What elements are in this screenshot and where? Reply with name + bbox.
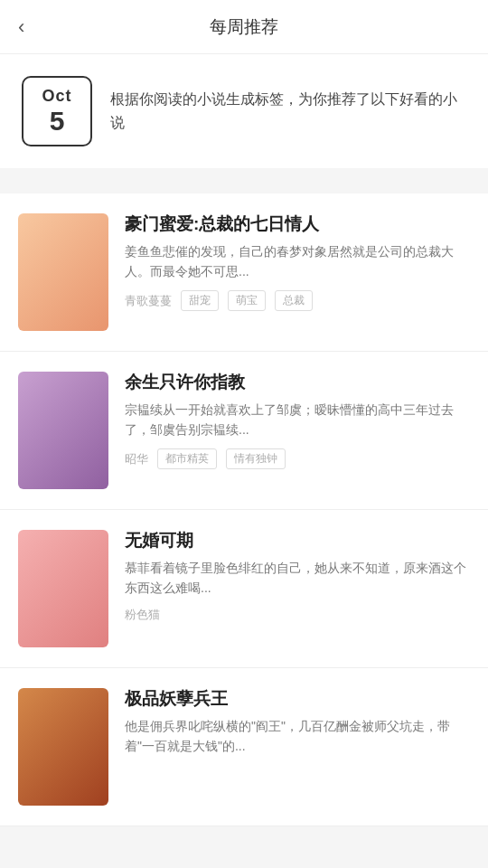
- calendar-month: Oct: [42, 87, 71, 106]
- book-info: 豪门蜜爱:总裁的七日情人 姜鱼鱼悲催的发现，自己的春梦对象居然就是公司的总裁大人…: [125, 213, 470, 311]
- list-item[interactable]: 无婚可期 慕菲看着镜子里脸色绯红的自己，她从来不知道，原来酒这个东西这么难喝..…: [0, 510, 488, 668]
- back-button[interactable]: ‹: [18, 17, 24, 37]
- book-info: 极品妖孽兵王 他是佣兵界叱咤纵横的"阎王"，几百亿酬金被师父坑走，带着"一百就是…: [125, 688, 470, 765]
- book-author: 青歌蔓蔓: [125, 293, 172, 309]
- calendar-icon: Oct 5: [22, 76, 92, 146]
- book-meta: 青歌蔓蔓 甜宠萌宝总裁: [125, 290, 470, 311]
- book-cover: [18, 213, 108, 331]
- book-info: 无婚可期 慕菲看着镜子里脸色绯红的自己，她从来不知道，原来酒这个东西这么难喝..…: [125, 530, 470, 623]
- list-item[interactable]: 豪门蜜爱:总裁的七日情人 姜鱼鱼悲催的发现，自己的春梦对象居然就是公司的总裁大人…: [0, 193, 488, 352]
- banner-section: Oct 5 根据你阅读的小说生成标签，为你推荐了以下好看的小说: [0, 54, 488, 168]
- calendar-day: 5: [50, 106, 65, 136]
- book-info: 余生只许你指教 宗韫续从一开始就喜欢上了邹虞；暧昧懵懂的高中三年过去了，邹虞告别…: [125, 372, 470, 469]
- book-author: 昭华: [125, 451, 148, 467]
- book-desc: 姜鱼鱼悲催的发现，自己的春梦对象居然就是公司的总裁大人。而最令她不可思...: [125, 241, 470, 282]
- header: ‹ 每周推荐: [0, 0, 488, 54]
- book-meta: 昭华 都市精英情有独钟: [125, 448, 470, 469]
- book-tag: 情有独钟: [226, 448, 286, 469]
- section-gap-1: [0, 181, 488, 193]
- list-item[interactable]: 极品妖孽兵王 他是佣兵界叱咤纵横的"阎王"，几百亿酬金被师父坑走，带着"一百就是…: [0, 668, 488, 826]
- book-tag: 甜宠: [181, 290, 219, 311]
- banner-text: 根据你阅读的小说生成标签，为你推荐了以下好看的小说: [110, 88, 466, 134]
- book-desc: 宗韫续从一开始就喜欢上了邹虞；暧昧懵懂的高中三年过去了，邹虞告别宗韫续...: [125, 400, 470, 440]
- book-desc: 慕菲看着镜子里脸色绯红的自己，她从来不知道，原来酒这个东西这么难喝...: [125, 558, 470, 599]
- book-desc: 他是佣兵界叱咤纵横的"阎王"，几百亿酬金被师父坑走，带着"一百就是大钱"的...: [125, 716, 470, 757]
- book-meta: 粉色猫: [125, 607, 470, 623]
- book-title: 极品妖孽兵王: [125, 688, 470, 711]
- book-cover: [18, 372, 108, 489]
- book-list: 豪门蜜爱:总裁的七日情人 姜鱼鱼悲催的发现，自己的春梦对象居然就是公司的总裁大人…: [0, 193, 488, 826]
- book-cover: [18, 530, 108, 647]
- page-title: 每周推荐: [210, 15, 278, 39]
- book-tag: 总裁: [275, 290, 313, 311]
- book-cover: [18, 688, 108, 806]
- book-tag: 都市精英: [157, 448, 217, 469]
- book-author: 粉色猫: [125, 607, 160, 623]
- list-item[interactable]: 余生只许你指教 宗韫续从一开始就喜欢上了邹虞；暧昧懵懂的高中三年过去了，邹虞告别…: [0, 352, 488, 510]
- book-title: 豪门蜜爱:总裁的七日情人: [125, 213, 470, 236]
- book-title: 无婚可期: [125, 530, 470, 552]
- book-title: 余生只许你指教: [125, 372, 470, 394]
- book-tag: 萌宝: [228, 290, 266, 311]
